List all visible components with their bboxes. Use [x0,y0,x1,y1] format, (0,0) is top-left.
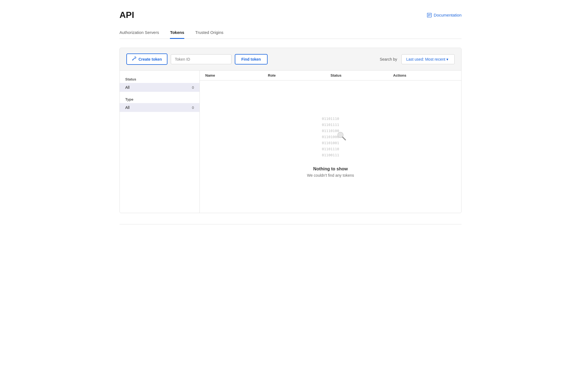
status-filter-title: Status [120,75,199,83]
svg-point-6 [338,132,343,137]
type-all-filter[interactable]: All 0 [120,103,199,112]
sort-button[interactable]: Last used: Most recent ▾ [401,54,455,64]
binary-line-7: 01100111 [322,152,339,158]
tab-authorization-servers[interactable]: Authorization Servers [119,27,159,39]
find-token-label: Find token [241,57,261,61]
col-actions: Actions [393,73,456,77]
create-token-button[interactable]: Create token [126,53,167,65]
tabs-container: Authorization Servers Tokens Trusted Ori… [119,27,462,39]
svg-point-4 [135,57,136,58]
col-role: Role [268,73,331,77]
filter-panel: Status All 0 Type All 0 [120,71,200,213]
documentation-icon [427,13,432,17]
status-all-label: All [125,85,130,90]
binary-line-1: 01101110 [322,116,339,122]
data-panel: Name Role Status Actions 01101110 011011… [200,71,461,213]
documentation-link[interactable]: Documentation [427,13,462,17]
status-all-filter[interactable]: All 0 [120,83,199,92]
status-all-count: 0 [192,85,194,90]
binary-line-2: 01101111 [322,122,339,128]
toolbar: Create token Find token Search by Last u… [120,48,461,71]
binary-display: 01101110 01101111 01110100 01101000 0110… [322,116,339,159]
svg-line-7 [343,137,345,140]
type-all-count: 0 [192,106,194,110]
empty-title: Nothing to show [313,167,348,171]
find-token-button[interactable]: Find token [235,54,268,65]
sort-label: Last used: Most recent ▾ [406,57,448,61]
main-card: Create token Find token Search by Last u… [119,48,462,213]
col-name: Name [205,73,268,77]
empty-state: 01101110 01101111 01110100 01101000 0110… [200,80,461,213]
table-wrapper: Status All 0 Type All 0 Name Role Sta [120,71,461,213]
col-status: Status [331,73,393,77]
type-all-label: All [125,105,130,110]
table-header: Name Role Status Actions [200,71,461,80]
token-id-input[interactable] [171,54,231,64]
magnifier-icon [336,131,347,143]
page-header: API Documentation [119,0,462,27]
tab-trusted-origins[interactable]: Trusted Origins [195,27,223,39]
type-filter-title: Type [120,95,199,103]
empty-subtitle: We couldn't find any tokens [307,173,354,178]
create-token-label: Create token [138,57,162,61]
page-title: API [119,10,134,20]
create-token-icon [132,57,136,62]
binary-line-6: 01101110 [322,146,339,152]
tab-tokens[interactable]: Tokens [170,27,184,39]
bottom-divider [119,224,462,224]
documentation-label: Documentation [434,13,462,17]
search-by-label: Search by [380,57,397,61]
